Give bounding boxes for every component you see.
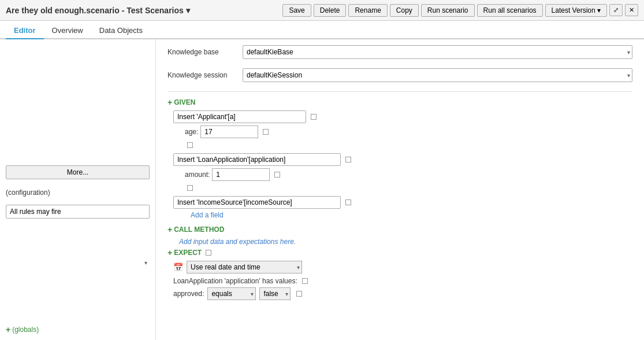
insert-income-input[interactable] bbox=[173, 196, 341, 209]
latest-version-button[interactable]: Latest Version ▾ bbox=[545, 4, 607, 17]
expect-section-label: + EXPECT bbox=[167, 248, 632, 257]
right-panel: Knowledge base defaultKieBase ▾ Knowledg… bbox=[156, 39, 644, 340]
equals-select-wrap: equalsnot equalsis nullis not null ▾ bbox=[207, 287, 256, 300]
age-field-row: age: bbox=[185, 125, 632, 138]
tab-editor[interactable]: Editor bbox=[6, 23, 44, 39]
false-select-wrap: truefalse ▾ bbox=[259, 287, 291, 300]
insert-loan-block: amount: bbox=[173, 153, 632, 191]
insert-income-header bbox=[173, 196, 632, 209]
insert-applicant-block: age: bbox=[173, 110, 632, 149]
insert-loan-input[interactable] bbox=[173, 153, 341, 166]
globals-plus-icon[interactable]: + bbox=[6, 325, 10, 334]
expect-label: EXPECT bbox=[174, 249, 202, 257]
datetime-select[interactable]: Use real date and timeUse simulated date… bbox=[187, 261, 302, 274]
all-rules-arrow-icon: ▾ bbox=[144, 260, 147, 266]
knowledge-session-select[interactable]: defaultKieSession bbox=[243, 68, 632, 82]
rename-button[interactable]: Rename bbox=[348, 4, 387, 17]
globals-label[interactable]: + (globals) bbox=[6, 325, 150, 334]
call-method-section-label: + CALL METHOD bbox=[167, 225, 632, 234]
age-expand-box[interactable] bbox=[263, 129, 269, 135]
copy-button[interactable]: Copy bbox=[390, 4, 419, 17]
title-text: Are they old enough.scenario - Test Scen… bbox=[6, 6, 190, 15]
amount-input[interactable] bbox=[212, 168, 270, 181]
knowledge-base-row: Knowledge base defaultKieBase ▾ bbox=[167, 45, 632, 59]
version-dropdown-icon: ▾ bbox=[597, 6, 601, 14]
amount-field-row: amount: bbox=[185, 168, 632, 181]
knowledge-session-row: Knowledge session defaultKieSession ▾ bbox=[167, 68, 632, 82]
all-rules-select[interactable]: All rules may fireFire rule by nameFire … bbox=[6, 205, 150, 219]
close-button[interactable]: ✕ bbox=[625, 4, 638, 16]
title-dropdown-icon[interactable]: ▾ bbox=[186, 6, 190, 15]
globals-text: (globals) bbox=[12, 326, 39, 334]
approved-expand-box[interactable] bbox=[296, 291, 302, 297]
knowledge-session-label: Knowledge session bbox=[167, 71, 243, 79]
datetime-select-wrap: Use real date and timeUse simulated date… bbox=[187, 261, 302, 274]
insert-income-block: Add a field bbox=[173, 196, 632, 219]
loan-values-text: LoanApplication 'application' has values… bbox=[173, 277, 297, 285]
knowledge-base-select[interactable]: defaultKieBase bbox=[243, 45, 632, 59]
loan-add-box[interactable] bbox=[187, 185, 193, 191]
add-field-link[interactable]: Add a field bbox=[191, 211, 224, 219]
scenario-title: Are they old enough.scenario - Test Scen… bbox=[6, 6, 184, 15]
expect-expand-box[interactable] bbox=[206, 250, 211, 256]
expect-plus-icon[interactable]: + bbox=[167, 248, 172, 257]
tabs-bar: Editor Overview Data Objects bbox=[0, 21, 644, 39]
age-label: age: bbox=[185, 128, 198, 136]
calendar-icon: 📅 bbox=[173, 263, 183, 272]
add-input-label: Add input data and expectations here. bbox=[179, 238, 632, 246]
tab-data-objects[interactable]: Data Objects bbox=[91, 23, 151, 39]
age-input[interactable] bbox=[200, 125, 258, 138]
equals-select[interactable]: equalsnot equalsis nullis not null bbox=[207, 287, 256, 300]
given-section-label: + GIVEN bbox=[167, 98, 632, 107]
run-scenario-button[interactable]: Run scenario bbox=[421, 4, 475, 17]
left-panel: More... (configuration) All rules may fi… bbox=[0, 39, 156, 340]
applicant-expand-box[interactable] bbox=[311, 114, 317, 120]
config-label: (configuration) bbox=[6, 189, 150, 197]
call-method-label: CALL METHOD bbox=[174, 226, 224, 234]
approved-row: approved: equalsnot equalsis nullis not … bbox=[173, 287, 632, 300]
insert-applicant-header bbox=[173, 110, 632, 123]
run-all-scenarios-button[interactable]: Run all scenarios bbox=[477, 4, 543, 17]
applicant-add-box[interactable] bbox=[187, 142, 193, 148]
knowledge-base-label: Knowledge base bbox=[167, 48, 243, 56]
loan-expand-box[interactable] bbox=[345, 157, 351, 162]
amount-expand-box[interactable] bbox=[274, 172, 280, 178]
amount-label: amount: bbox=[185, 171, 210, 179]
delete-button[interactable]: Delete bbox=[314, 4, 347, 17]
main-content: More... (configuration) All rules may fi… bbox=[0, 39, 644, 340]
title-actions: Save Delete Rename Copy Run scenario Run… bbox=[282, 4, 638, 17]
false-select[interactable]: truefalse bbox=[259, 287, 291, 300]
expand-button[interactable]: ⤢ bbox=[609, 4, 623, 16]
tab-overview[interactable]: Overview bbox=[44, 23, 91, 39]
datetime-row: 📅 Use real date and timeUse simulated da… bbox=[173, 261, 632, 274]
loan-values-expand-box[interactable] bbox=[302, 278, 308, 284]
given-label: GIVEN bbox=[174, 98, 195, 106]
income-expand-box[interactable] bbox=[345, 199, 351, 205]
save-button[interactable]: Save bbox=[282, 4, 311, 17]
more-button[interactable]: More... bbox=[6, 165, 150, 179]
approved-label: approved: bbox=[173, 290, 204, 298]
latest-version-label: Latest Version bbox=[552, 6, 595, 14]
insert-loan-header bbox=[173, 153, 632, 166]
call-method-plus-icon[interactable]: + bbox=[167, 225, 172, 234]
insert-applicant-input[interactable] bbox=[173, 110, 306, 123]
given-plus-icon[interactable]: + bbox=[167, 98, 172, 107]
title-bar: Are they old enough.scenario - Test Scen… bbox=[0, 0, 644, 21]
loan-values-row: LoanApplication 'application' has values… bbox=[173, 277, 632, 285]
